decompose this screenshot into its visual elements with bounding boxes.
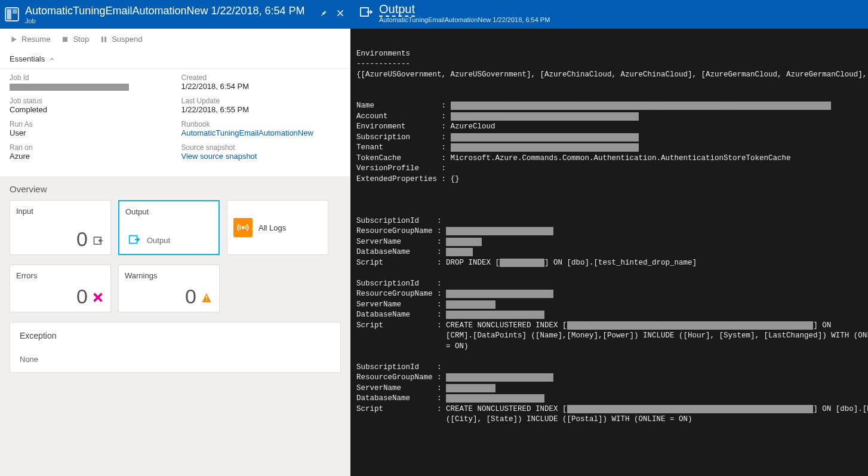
jobstatus-label: Job status <box>10 97 170 105</box>
exception-value: None <box>20 355 331 364</box>
right-header: Output AutomaticTuningEmailAutomationNew… <box>350 0 868 29</box>
error-icon <box>91 291 104 306</box>
overview-title: Overview <box>10 184 341 194</box>
ranon-label: Ran on <box>10 143 170 152</box>
lastupdate-label: Last Update <box>181 97 341 105</box>
svg-rect-5 <box>104 36 106 42</box>
job-blade: AutomaticTuningEmailAutomationNew 1/22/2… <box>0 0 350 476</box>
export-icon <box>128 233 141 248</box>
suspend-label: Suspend <box>112 35 142 44</box>
runas-label: Run As <box>10 120 170 128</box>
alllogs-tile[interactable]: All Logs <box>227 200 328 255</box>
right-title: Output <box>379 2 550 16</box>
ranon-value: Azure <box>10 152 170 161</box>
created-label: Created <box>181 73 341 82</box>
export-icon <box>359 5 373 21</box>
essentials-panel: Job Id Job status Completed Run As User … <box>0 68 350 177</box>
output-tile[interactable]: Output Output <box>118 200 220 255</box>
stop-button[interactable]: Stop <box>61 35 89 44</box>
sourcesnapshot-label: Source snapshot <box>181 143 341 152</box>
blade-subtitle: Job <box>25 17 319 24</box>
essentials-toggle-label: Essentials <box>10 54 45 63</box>
svg-rect-1 <box>7 9 11 19</box>
jobstatus-value: Completed <box>10 105 170 114</box>
jobid-value <box>10 82 170 91</box>
exception-box: Exception None <box>10 322 341 373</box>
warnings-tile-value: 0 <box>185 285 196 308</box>
stop-label: Stop <box>73 35 89 44</box>
errors-tile-value: 0 <box>76 285 88 308</box>
svg-rect-3 <box>63 36 67 41</box>
suspend-button[interactable]: Suspend <box>100 35 142 44</box>
import-icon <box>93 235 104 248</box>
blade-title: AutomaticTuningEmailAutomationNew 1/22/2… <box>25 5 319 17</box>
runbook-link[interactable]: AutomaticTuningEmailAutomationNew <box>181 128 341 137</box>
output-tile-label: Output <box>125 207 213 216</box>
input-tile-value: 0 <box>76 228 88 251</box>
output-terminal[interactable]: Environments ------------ {[AzureUSGover… <box>350 29 868 476</box>
errors-tile[interactable]: Errors 0 <box>10 265 111 312</box>
svg-rect-2 <box>13 9 17 14</box>
chevron-up-icon <box>48 56 56 63</box>
sourcesnapshot-link[interactable]: View source snapshot <box>181 152 341 161</box>
jobid-label: Job Id <box>10 73 170 82</box>
output-blade: Output AutomaticTuningEmailAutomationNew… <box>350 0 868 476</box>
warnings-tile-label: Warnings <box>125 271 213 280</box>
blade-icon <box>4 6 20 23</box>
lastupdate-value: 1/22/2018, 6:55 PM <box>181 105 341 114</box>
pin-icon[interactable] <box>319 9 328 20</box>
input-tile[interactable]: Input 0 <box>10 200 111 255</box>
job-toolbar: Resume Stop Suspend <box>0 29 350 50</box>
warnings-tile[interactable]: Warnings 0 <box>118 265 220 312</box>
resume-label: Resume <box>21 35 50 44</box>
errors-tile-label: Errors <box>16 271 104 280</box>
runas-value: User <box>10 128 170 137</box>
svg-rect-4 <box>101 36 103 42</box>
warning-icon <box>200 291 213 306</box>
svg-point-8 <box>242 226 244 228</box>
resume-button[interactable]: Resume <box>10 35 50 44</box>
left-header: AutomaticTuningEmailAutomationNew 1/22/2… <box>0 0 350 29</box>
overview-section: Overview Input 0 Output Output <box>0 177 350 476</box>
broadcast-icon <box>233 218 253 237</box>
essentials-toggle[interactable]: Essentials <box>0 50 350 68</box>
right-subtitle: AutomaticTuningEmailAutomationNew 1/22/2… <box>379 16 550 23</box>
alllogs-tile-label: All Logs <box>258 223 286 232</box>
close-icon[interactable] <box>336 9 344 20</box>
exception-title: Exception <box>20 331 331 340</box>
created-value: 1/22/2018, 6:54 PM <box>181 82 341 91</box>
input-tile-label: Input <box>16 207 104 216</box>
runbook-label: Runbook <box>181 120 341 128</box>
output-tile-sublabel: Output <box>147 236 170 245</box>
